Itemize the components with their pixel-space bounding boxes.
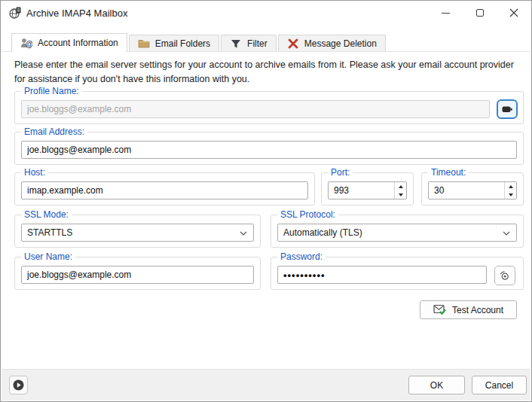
tab-label: Filter — [247, 38, 268, 49]
email-address-input[interactable] — [21, 141, 517, 159]
svg-text:@: @ — [26, 40, 32, 48]
profile-name-label: Profile Name: — [21, 86, 82, 96]
spin-down-icon — [399, 193, 403, 196]
tab-filter[interactable]: Filter — [221, 35, 277, 51]
timeout-spinner-down[interactable] — [505, 190, 516, 199]
profile-name-input — [21, 100, 490, 118]
profile-name-group: Profile Name: — [14, 91, 524, 124]
eye-icon — [499, 270, 511, 282]
password-group: Password: — [271, 257, 524, 290]
tab-label: Message Deletion — [304, 38, 377, 49]
ssl-protocol-select[interactable]: Automatically (TLS) — [277, 224, 517, 242]
port-spinner-up[interactable] — [395, 182, 406, 190]
tab-label: Email Folders — [155, 38, 210, 49]
password-input[interactable] — [277, 266, 487, 284]
play-help-button[interactable] — [9, 376, 28, 394]
ssl-mode-label: SSL Mode: — [21, 209, 72, 220]
red-x-icon — [287, 38, 299, 50]
spin-down-icon — [509, 193, 513, 196]
tab-label: Account Information — [38, 38, 118, 48]
ssl-mode-group: SSL Mode: STARTTLS — [14, 215, 261, 248]
ssl-protocol-value: Automatically (TLS) — [283, 227, 362, 238]
timeout-spinner-up[interactable] — [505, 182, 516, 190]
mailbox-globe-icon — [8, 6, 22, 20]
footer-bar: OK Cancel — [2, 369, 530, 400]
test-account-label: Test Account — [452, 305, 503, 315]
cancel-button[interactable]: Cancel — [472, 376, 527, 394]
host-group: Host: — [14, 172, 315, 206]
play-circle-icon — [12, 379, 25, 391]
filter-funnel-icon — [230, 38, 242, 50]
tab-message-deletion[interactable]: Message Deletion — [278, 35, 386, 51]
titlebar: Archive IMAP4 Mailbox — [1, 1, 531, 25]
email-address-group: Email Address: — [14, 132, 524, 165]
cancel-label: Cancel — [485, 380, 513, 391]
instructions-text: Please enter the email server settings f… — [14, 58, 521, 87]
maximize-button[interactable] — [463, 1, 497, 25]
ssl-protocol-label: SSL Protocol: — [277, 209, 338, 220]
reveal-password-button[interactable] — [494, 266, 515, 285]
ok-button[interactable]: OK — [408, 376, 465, 394]
port-spinner-down[interactable] — [395, 190, 406, 199]
user-name-label: User Name: — [21, 251, 75, 262]
password-label: Password: — [277, 251, 326, 262]
port-label: Port: — [328, 167, 353, 178]
timeout-spinner — [504, 182, 516, 199]
ssl-protocol-group: SSL Protocol: Automatically (TLS) — [271, 215, 524, 248]
minimize-button[interactable] — [428, 1, 463, 25]
close-icon — [509, 8, 518, 17]
email-address-label: Email Address: — [21, 126, 87, 137]
ok-label: OK — [430, 380, 443, 391]
maximize-icon — [476, 9, 484, 17]
host-input[interactable] — [21, 181, 308, 199]
timeout-label: Timeout: — [428, 167, 469, 178]
rename-profile-button[interactable] — [497, 99, 518, 119]
tab-account-information[interactable]: @ Account Information — [11, 33, 127, 52]
folder-icon — [138, 38, 150, 50]
archive-imap4-mailbox-dialog: Archive IMAP4 Mailbox @ Account Informat… — [0, 0, 532, 402]
spin-up-icon — [509, 185, 513, 188]
tabstrip: @ Account Information Email Folders Filt… — [11, 33, 386, 52]
user-name-input[interactable] — [21, 266, 254, 284]
spin-up-icon — [399, 185, 403, 188]
user-name-group: User Name: — [14, 257, 261, 290]
tab-email-folders[interactable]: Email Folders — [129, 35, 219, 51]
ssl-mode-select[interactable]: STARTTLS — [21, 224, 254, 242]
port-spinner — [394, 182, 406, 199]
envelope-check-icon — [433, 304, 446, 315]
test-account-button[interactable]: Test Account — [420, 300, 517, 319]
chevron-down-icon — [503, 231, 510, 236]
ssl-mode-value: STARTTLS — [27, 227, 72, 238]
host-label: Host: — [21, 167, 48, 178]
rename-tag-icon — [501, 103, 513, 115]
window-title: Archive IMAP4 Mailbox — [26, 8, 127, 19]
account-at-icon: @ — [20, 37, 32, 49]
minimize-icon — [442, 13, 450, 14]
close-button[interactable] — [497, 1, 531, 25]
port-group: Port: — [321, 172, 414, 206]
timeout-group: Timeout: — [421, 172, 524, 206]
chevron-down-icon — [240, 231, 247, 236]
